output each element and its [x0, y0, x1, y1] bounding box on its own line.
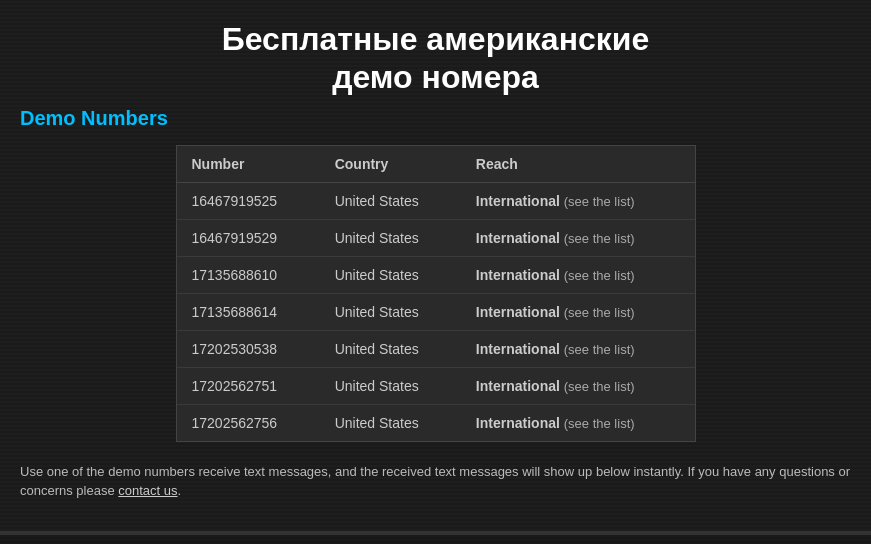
- cell-number: 17202562756: [177, 404, 320, 441]
- cell-country: United States: [320, 367, 461, 404]
- reach-bold: International: [476, 230, 564, 246]
- reach-bold: International: [476, 415, 564, 431]
- info-text-end: .: [178, 483, 182, 498]
- cell-number: 17202562751: [177, 367, 320, 404]
- main-title: Бесплатные американские демо номера: [20, 20, 851, 97]
- reach-bold: International: [476, 341, 564, 357]
- title-line1: Бесплатные американские: [20, 20, 851, 58]
- contact-us-link[interactable]: contact us: [118, 483, 177, 498]
- cell-country: United States: [320, 404, 461, 441]
- demo-numbers-table: Number Country Reach 16467919525United S…: [177, 146, 695, 441]
- cell-number: 16467919529: [177, 219, 320, 256]
- reach-light: (see the list): [564, 305, 635, 320]
- reach-light: (see the list): [564, 194, 635, 209]
- info-text: Use one of the demo numbers receive text…: [20, 462, 851, 501]
- cell-country: United States: [320, 330, 461, 367]
- cell-reach: International (see the list): [461, 367, 695, 404]
- cell-country: United States: [320, 182, 461, 219]
- table-row: 16467919529United StatesInternational (s…: [177, 219, 695, 256]
- cell-number: 16467919525: [177, 182, 320, 219]
- cell-country: United States: [320, 219, 461, 256]
- col-country: Country: [320, 146, 461, 183]
- cell-reach: International (see the list): [461, 293, 695, 330]
- reach-light: (see the list): [564, 231, 635, 246]
- cell-number: 17135688614: [177, 293, 320, 330]
- reach-bold: International: [476, 267, 564, 283]
- reach-light: (see the list): [564, 379, 635, 394]
- cell-number: 17135688610: [177, 256, 320, 293]
- table-row: 17135688610United StatesInternational (s…: [177, 256, 695, 293]
- table-row: 16467919525United StatesInternational (s…: [177, 182, 695, 219]
- cell-reach: International (see the list): [461, 330, 695, 367]
- reach-bold: International: [476, 378, 564, 394]
- cell-reach: International (see the list): [461, 256, 695, 293]
- cell-reach: International (see the list): [461, 404, 695, 441]
- reach-light: (see the list): [564, 268, 635, 283]
- table-header-row: Number Country Reach: [177, 146, 695, 183]
- reach-light: (see the list): [564, 342, 635, 357]
- cell-country: United States: [320, 293, 461, 330]
- reach-light: (see the list): [564, 416, 635, 431]
- bottom-section: Buy Private Numbers: [0, 533, 871, 544]
- col-number: Number: [177, 146, 320, 183]
- table-row: 17202530538United StatesInternational (s…: [177, 330, 695, 367]
- demo-numbers-table-container: Number Country Reach 16467919525United S…: [176, 145, 696, 442]
- table-row: 17202562756United StatesInternational (s…: [177, 404, 695, 441]
- demo-numbers-label: Demo Numbers: [20, 107, 851, 130]
- col-reach: Reach: [461, 146, 695, 183]
- reach-bold: International: [476, 193, 564, 209]
- table-row: 17202562751United StatesInternational (s…: [177, 367, 695, 404]
- top-section: Бесплатные американские демо номера Demo…: [0, 0, 871, 533]
- cell-reach: International (see the list): [461, 182, 695, 219]
- cell-country: United States: [320, 256, 461, 293]
- table-row: 17135688614United StatesInternational (s…: [177, 293, 695, 330]
- cell-reach: International (see the list): [461, 219, 695, 256]
- cell-number: 17202530538: [177, 330, 320, 367]
- reach-bold: International: [476, 304, 564, 320]
- title-line2: демо номера: [20, 58, 851, 96]
